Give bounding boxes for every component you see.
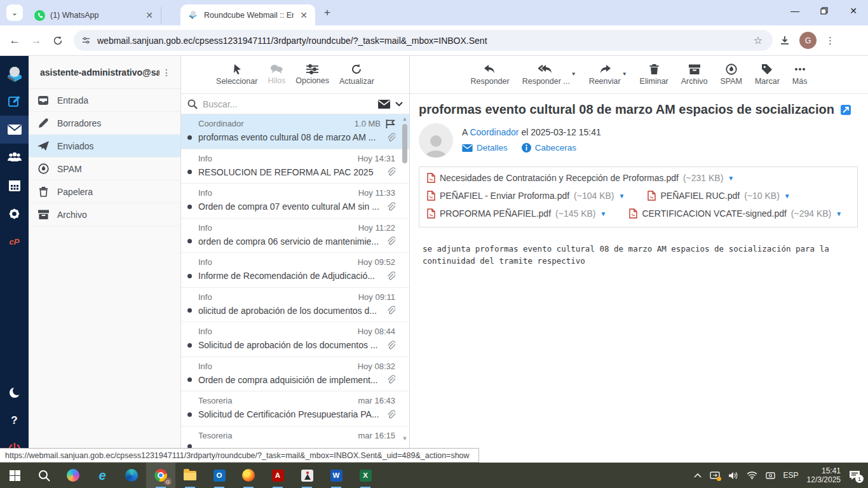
tab-close-icon[interactable]: ✕ bbox=[299, 10, 309, 20]
cpanel-button[interactable]: cP bbox=[0, 227, 29, 255]
tab-close-icon[interactable]: ✕ bbox=[144, 10, 154, 20]
word-button[interactable]: W bbox=[322, 463, 351, 488]
help-button[interactable]: ? bbox=[0, 407, 29, 435]
scroll-up-icon[interactable]: ▲ bbox=[402, 116, 408, 121]
refresh-button[interactable]: Actualizar bbox=[339, 64, 374, 86]
close-button[interactable]: ✕ bbox=[839, 0, 868, 22]
list-scrollbar[interactable]: ▲ ▼ bbox=[400, 115, 409, 463]
headers-link[interactable]: Cabeceras bbox=[522, 143, 576, 152]
tab-search-button[interactable]: ⌄ bbox=[6, 4, 23, 21]
back-button[interactable]: ← bbox=[4, 30, 25, 51]
search-icon[interactable] bbox=[187, 99, 198, 109]
copilot-button[interactable] bbox=[58, 463, 88, 488]
attachment-menu-caret-icon[interactable]: ▼ bbox=[600, 210, 607, 217]
mark-button[interactable]: Marcar bbox=[755, 64, 780, 86]
forward-caret-icon[interactable]: ▼ bbox=[622, 71, 627, 86]
excel-button[interactable]: X bbox=[351, 463, 380, 488]
bookmark-star-icon[interactable]: ☆ bbox=[751, 34, 765, 46]
roundcube-logo-icon[interactable] bbox=[0, 60, 29, 88]
calendar-nav-button[interactable] bbox=[0, 172, 29, 200]
volume-icon[interactable] bbox=[728, 471, 738, 480]
search-options-chevron-icon[interactable] bbox=[395, 102, 403, 107]
message-row[interactable]: Coordinador1.0 MB proformas evento cultu… bbox=[181, 114, 409, 149]
attachment-item[interactable]: CERTIFICACION VCATE-signed.pdf (~294 KB)… bbox=[629, 206, 842, 221]
attachment-menu-caret-icon[interactable]: ▼ bbox=[836, 210, 842, 217]
browser-menu-icon[interactable]: ⋮ bbox=[825, 35, 835, 46]
select-button[interactable]: Seleccionar bbox=[216, 64, 257, 86]
more-button[interactable]: Más bbox=[792, 64, 808, 86]
message-row[interactable]: InfoHoy 11:33 Orden de compra 07 evento … bbox=[181, 184, 409, 219]
details-link[interactable]: Detalles bbox=[462, 143, 508, 152]
archive-button[interactable]: Archivo bbox=[681, 64, 708, 86]
message-row[interactable]: InfoHoy 08:32 Orden de compra adquisició… bbox=[181, 357, 409, 392]
message-row[interactable]: InfoHoy 14:31 RESOLUCION DE REFORMA AL P… bbox=[181, 149, 409, 184]
tab-whatsapp[interactable]: (1) WhatsApp ✕ bbox=[27, 7, 161, 24]
folder-borradores[interactable]: Borradores bbox=[29, 112, 180, 135]
reload-button[interactable] bbox=[47, 30, 69, 51]
new-tab-button[interactable]: + bbox=[319, 4, 336, 21]
message-row[interactable]: InfoHoy 09:52 Informe de Recomendación d… bbox=[181, 253, 409, 288]
minimize-button[interactable]: — bbox=[780, 0, 810, 22]
reply-button[interactable]: Responder bbox=[471, 64, 510, 86]
edge-button[interactable] bbox=[117, 463, 146, 488]
folder-archivo[interactable]: Archivo bbox=[29, 203, 180, 226]
attachment-item[interactable]: PROFORMA PEÑAFIEL.pdf (~145 KB) ▼ bbox=[427, 206, 606, 221]
message-row[interactable]: InfoHoy 08:44 Solicitud de aprobación de… bbox=[181, 322, 409, 357]
display-connect-icon[interactable] bbox=[766, 471, 775, 480]
spam-button[interactable]: SPAM bbox=[720, 64, 742, 86]
folder-papelera[interactable]: Papelera bbox=[29, 180, 180, 203]
attachment-item[interactable]: Necesidades de Contratación y Recepción … bbox=[427, 170, 734, 186]
message-row[interactable]: InfoHoy 09:11 olicitud de aprobación de … bbox=[181, 288, 409, 323]
internet-explorer-button[interactable]: e bbox=[88, 463, 117, 488]
chrome-button[interactable]: G bbox=[146, 463, 175, 488]
scope-envelope-icon[interactable] bbox=[378, 100, 390, 109]
attachment-menu-caret-icon[interactable]: ▼ bbox=[619, 193, 625, 200]
contacts-nav-button[interactable] bbox=[0, 144, 29, 172]
acrobat-button[interactable]: A bbox=[263, 463, 292, 488]
options-button[interactable]: Opciones bbox=[295, 64, 329, 85]
attachment-menu-caret-icon[interactable]: ▼ bbox=[728, 175, 734, 182]
scrollbar-thumb[interactable] bbox=[402, 124, 407, 163]
language-indicator[interactable]: ESP bbox=[783, 471, 799, 480]
threads-button[interactable]: Hilos bbox=[268, 64, 285, 85]
compose-button[interactable] bbox=[0, 88, 29, 116]
taskbar-search-button[interactable] bbox=[29, 463, 58, 488]
tray-expand-icon[interactable] bbox=[694, 473, 702, 478]
scroll-down-icon[interactable]: ▼ bbox=[402, 436, 408, 441]
profile-avatar[interactable]: G bbox=[799, 32, 817, 49]
dark-mode-icon[interactable] bbox=[0, 379, 29, 407]
delete-button[interactable]: Eliminar bbox=[640, 64, 668, 86]
wifi-icon[interactable] bbox=[747, 471, 757, 479]
flag-icon[interactable] bbox=[386, 119, 395, 128]
java-app-button[interactable] bbox=[292, 463, 322, 488]
downloads-icon[interactable] bbox=[779, 35, 790, 46]
message-row[interactable]: Tesoreriamar 16:43 Solicitud de Certific… bbox=[181, 391, 409, 426]
reply-all-caret-icon[interactable]: ▼ bbox=[571, 71, 576, 86]
open-in-new-window-icon[interactable] bbox=[841, 105, 851, 115]
mail-nav-button[interactable] bbox=[0, 116, 29, 144]
forward-button[interactable]: → bbox=[25, 30, 47, 51]
settings-nav-button[interactable] bbox=[0, 200, 29, 227]
outlook-button[interactable]: O bbox=[205, 463, 234, 488]
folder-enviados[interactable]: Enviados bbox=[29, 135, 180, 158]
url-text[interactable]: webmail.sanjuan.gob.ec/cpsess1231947111/… bbox=[97, 36, 751, 46]
reply-all-button[interactable]: Responder ... bbox=[522, 64, 570, 86]
clock[interactable]: 15:41 12/3/2025 bbox=[807, 466, 841, 484]
notifications-button[interactable]: 1 bbox=[849, 470, 860, 480]
site-settings-icon[interactable] bbox=[81, 36, 91, 45]
attachment-item[interactable]: PEÑAFIEL - Enviar Proforma.pdf (~104 KB)… bbox=[427, 188, 625, 203]
message-row[interactable]: InfoHoy 11:22 orden de compra 06 servici… bbox=[181, 219, 409, 254]
start-button[interactable] bbox=[0, 463, 29, 488]
attachment-item[interactable]: PEÑAFIEL RUC.pdf (~10 KB) ▼ bbox=[648, 188, 790, 203]
folder-spam[interactable]: SPAM bbox=[29, 158, 180, 180]
tab-roundcube[interactable]: Roundcube Webmail :: Enviados ✕ bbox=[180, 4, 315, 25]
firefox-button[interactable] bbox=[234, 463, 263, 488]
folder-entrada[interactable]: Entrada bbox=[29, 89, 180, 112]
address-bar[interactable]: webmail.sanjuan.gob.ec/cpsess1231947111/… bbox=[74, 30, 773, 51]
attachment-menu-caret-icon[interactable]: ▼ bbox=[784, 193, 790, 200]
account-menu-icon[interactable]: ⋮ bbox=[159, 67, 174, 78]
recipient-link[interactable]: Coordinador bbox=[470, 127, 519, 137]
restore-button[interactable] bbox=[810, 0, 839, 22]
search-input[interactable] bbox=[203, 99, 373, 109]
remote-session-icon[interactable] bbox=[710, 471, 720, 480]
